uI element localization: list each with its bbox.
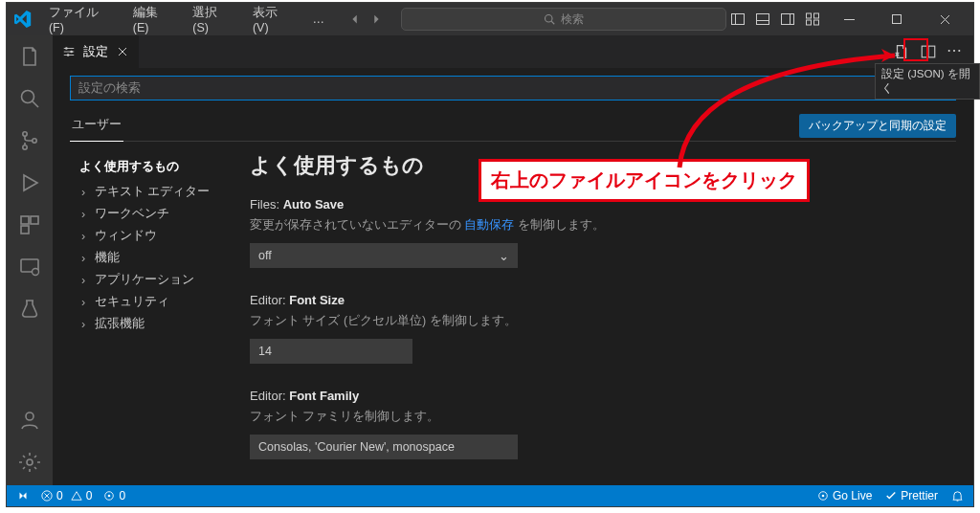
notifications-icon[interactable] — [951, 490, 964, 502]
nav-back-icon[interactable] — [347, 11, 363, 27]
svg-point-27 — [70, 51, 73, 54]
svg-rect-4 — [757, 14, 769, 25]
status-bar: 0 0 0 Go Live Prettier — [7, 485, 973, 506]
svg-point-16 — [23, 132, 27, 136]
menu-more[interactable]: … — [305, 9, 333, 30]
auto-save-dropdown[interactable]: off ⌄ — [250, 243, 518, 268]
setting-auto-save: Files: Auto Save 変更が保存されていないエディターの 自動保存 … — [250, 197, 947, 268]
app-window: ファイル(F) 編集(E) 選択(S) 表示(V) … 検索 — [6, 2, 974, 507]
svg-point-26 — [65, 47, 68, 50]
svg-rect-9 — [814, 13, 819, 18]
split-editor-icon[interactable] — [920, 43, 937, 60]
svg-rect-19 — [21, 216, 29, 224]
toc-item[interactable]: ›拡張機能 — [79, 313, 231, 335]
toc-item[interactable]: ›セキュリティ — [79, 291, 231, 313]
scope-user-tab[interactable]: ユーザー — [70, 110, 123, 142]
remote-indicator[interactable] — [16, 489, 30, 502]
prettier-status[interactable]: Prettier — [885, 489, 938, 502]
svg-point-0 — [546, 15, 553, 23]
open-json-tooltip: 設定 (JSON) を開く — [875, 63, 980, 100]
setting-font-size: Editor: Font Size フォント サイズ (ピクセル単位) を制御し… — [250, 293, 947, 364]
layout-left-icon[interactable] — [730, 11, 746, 27]
svg-rect-20 — [31, 216, 38, 224]
settings-search-input[interactable] — [70, 76, 956, 100]
layout-bottom-icon[interactable] — [755, 11, 770, 27]
toc-item[interactable]: ›機能 — [79, 247, 231, 269]
window-maximize[interactable] — [878, 3, 916, 35]
menu-select[interactable]: 選択(S) — [185, 1, 241, 38]
tab-row: 設定 ⋯ — [53, 35, 973, 68]
svg-rect-8 — [807, 13, 812, 18]
svg-rect-6 — [782, 14, 794, 25]
font-family-input[interactable] — [250, 435, 518, 459]
extensions-icon[interactable] — [18, 213, 41, 236]
backup-sync-button[interactable]: バックアップと同期の設定 — [799, 114, 956, 138]
nav-forward-icon[interactable] — [368, 11, 384, 27]
remote-explorer-icon[interactable] — [18, 256, 41, 279]
toc-item[interactable]: ›ウィンドウ — [79, 225, 231, 247]
svg-point-17 — [23, 145, 27, 149]
svg-rect-13 — [893, 15, 902, 24]
svg-point-35 — [822, 495, 825, 498]
tab-title: 設定 — [83, 43, 108, 60]
toc-item[interactable]: ›ワークベンチ — [79, 203, 231, 225]
activity-bar — [7, 35, 53, 485]
svg-line-1 — [551, 21, 554, 24]
setting-font-family: Editor: Font Family フォント ファミリを制御します。 — [250, 389, 947, 459]
source-control-icon[interactable] — [18, 129, 41, 152]
testing-icon[interactable] — [18, 298, 41, 321]
svg-point-28 — [67, 54, 70, 56]
settings-toc: よく使用するもの ›テキスト エディター ›ワークベンチ ›ウィンドウ ›機能 … — [70, 151, 231, 485]
layout-customize-icon[interactable] — [805, 11, 820, 27]
window-minimize[interactable] — [830, 3, 868, 35]
more-actions-icon[interactable]: ⋯ — [947, 43, 964, 60]
problems-indicator[interactable]: 0 0 — [41, 489, 92, 502]
svg-point-23 — [33, 269, 39, 276]
svg-point-18 — [33, 139, 36, 143]
search-icon[interactable] — [18, 87, 41, 110]
go-live-button[interactable]: Go Live — [817, 489, 872, 502]
settings-editor: ユーザー バックアップと同期の設定 よく使用するもの ›テキスト エディター ›… — [53, 68, 973, 485]
menu-edit[interactable]: 編集(E) — [125, 1, 182, 38]
svg-point-24 — [26, 413, 33, 420]
vscode-logo-icon — [14, 11, 32, 28]
settings-gear-icon[interactable] — [18, 451, 41, 474]
chevron-down-icon: ⌄ — [499, 249, 509, 263]
svg-point-25 — [27, 459, 33, 465]
svg-point-33 — [108, 495, 111, 498]
open-settings-json-icon[interactable] — [893, 43, 910, 60]
svg-rect-11 — [814, 20, 819, 25]
menu-view[interactable]: 表示(V) — [245, 1, 301, 38]
svg-line-15 — [33, 101, 38, 107]
autosave-link[interactable]: 自動保存 — [464, 218, 514, 232]
annotation-callout: 右上のファイルアイコンをクリック — [479, 159, 810, 202]
titlebar: ファイル(F) 編集(E) 選択(S) 表示(V) … 検索 — [7, 3, 973, 35]
command-center-search[interactable]: 検索 — [401, 8, 726, 31]
search-icon — [544, 13, 555, 25]
command-center-placeholder: 検索 — [561, 11, 584, 28]
svg-rect-21 — [21, 226, 29, 234]
toc-item[interactable]: ›アプリケーション — [79, 269, 231, 291]
accounts-icon[interactable] — [18, 409, 41, 432]
explorer-icon[interactable] — [18, 45, 41, 68]
font-size-input[interactable] — [250, 339, 412, 364]
svg-rect-10 — [807, 20, 812, 25]
layout-right-icon[interactable] — [780, 11, 795, 27]
close-icon[interactable] — [116, 45, 129, 58]
ports-indicator[interactable]: 0 — [103, 489, 125, 502]
run-debug-icon[interactable] — [18, 171, 41, 194]
svg-rect-12 — [844, 19, 855, 20]
window-close[interactable] — [925, 3, 964, 35]
tab-settings[interactable]: 設定 — [53, 35, 140, 68]
toc-heading[interactable]: よく使用するもの — [79, 159, 231, 175]
menu-file[interactable]: ファイル(F) — [41, 1, 122, 38]
svg-point-14 — [22, 91, 34, 103]
settings-tab-icon — [62, 45, 76, 58]
toc-item[interactable]: ›テキスト エディター — [79, 181, 231, 203]
svg-rect-2 — [732, 14, 745, 25]
